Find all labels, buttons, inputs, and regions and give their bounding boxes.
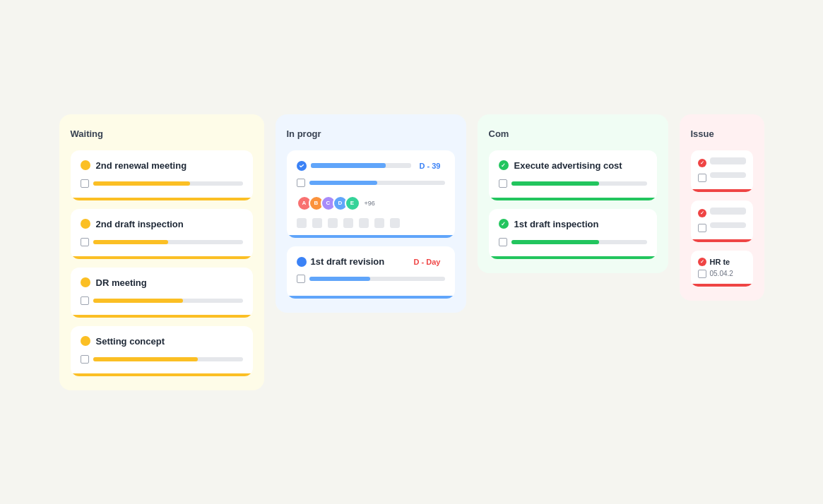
column-complete-title: Com [489,128,657,139]
progress-bar-bottom [691,189,753,192]
progress-bar-bottom [691,284,753,287]
progress-bar-bg [311,163,411,168]
tool-icon [297,218,307,228]
meta-bar [511,181,647,186]
progress-bar [71,198,253,200]
card-title: Setting concept [96,336,165,347]
status-dot-green: ✓ [499,219,509,229]
status-dot-blue [297,161,307,171]
card-dr-meeting[interactable]: DR meeting [71,268,253,318]
card-meta [297,176,445,191]
kanban-board: Waiting 2nd renewal meeting 2nd draft in… [17,86,807,419]
avatar-group: A B C D E +96 [297,196,445,211]
progress-bar [71,373,253,376]
card-title: 2nd draft inspection [96,219,184,229]
card-title: 1st draft revision [311,256,385,267]
calendar-icon [698,224,706,232]
status-dot-yellow [81,160,90,170]
meta-bar [309,181,445,185]
calendar-icon [297,275,305,283]
card-date: 05.04.2 [710,270,733,277]
tool-icon [328,218,338,228]
card-title: 1st draft inspection [514,219,599,229]
card-title: 2nd renewal meeting [96,160,187,171]
card-meta [297,272,445,287]
card-meta [81,294,243,309]
column-complete: Com ✓ Execute advertising cost ✓ 1st dra… [478,114,668,273]
tool-icon [359,218,369,228]
calendar-icon [81,296,89,305]
status-dot-green: ✓ [499,160,509,170]
calendar-icon [698,174,706,182]
progress-bar-bottom [287,235,455,238]
status-dot-yellow [81,219,90,229]
card-inprogress-2[interactable]: 1st draft revision D - Day [287,246,455,299]
progress-bar-bottom [691,239,753,242]
card-title: HR te [710,258,730,266]
column-waiting-title: Waiting [71,128,253,139]
column-issue-title: Issue [691,128,753,139]
card-2nd-draft[interactable]: 2nd draft inspection [71,209,253,259]
card-2nd-renewal[interactable]: 2nd renewal meeting [71,150,253,200]
card-1st-draft-inspection[interactable]: ✓ 1st draft inspection [489,209,657,259]
meta-bar [309,277,445,281]
card-issue-1[interactable]: ✓ [691,150,753,192]
card-meta [499,176,647,192]
card-meta [499,235,647,251]
card-meta [81,176,243,192]
progress-bar [489,256,657,259]
column-waiting: Waiting 2nd renewal meeting 2nd draft in… [59,114,264,390]
status-dot-red: ✓ [698,209,706,217]
card-title: DR meeting [96,277,147,288]
title-placeholder [710,157,746,164]
progress-bar [489,198,657,200]
calendar-icon [81,238,89,246]
status-dot-red: ✓ [698,159,706,167]
avatar-count: +96 [365,200,375,207]
card-setting-concept[interactable]: Setting concept [71,326,253,376]
title-placeholder [710,208,746,215]
meta-bar [93,357,243,361]
progress-bar-fill [311,163,386,168]
calendar-icon [499,179,507,188]
calendar-icon [698,270,706,278]
column-issue: Issue ✓ ✓ [680,114,764,301]
meta-bar [93,181,243,186]
card-issue-hr[interactable]: ✓ HR te 05.04.2 [691,251,753,287]
calendar-icon [81,355,89,364]
meta-bar [93,299,243,303]
calendar-icon [499,238,507,246]
progress-bar-bottom [287,296,455,299]
d-badge: D - Day [410,256,445,268]
meta-bar [511,240,647,244]
d-badge: D - 39 [415,160,445,172]
tool-icon [312,218,322,228]
tool-icon [390,218,400,228]
meta-bar [710,172,746,178]
card-execute-advertising[interactable]: ✓ Execute advertising cost [489,150,657,200]
calendar-icon [81,179,89,188]
tool-icon [343,218,353,228]
status-dot-blue [297,257,307,267]
card-title: Execute advertising cost [514,160,622,171]
status-dot-red: ✓ [698,258,706,266]
card-meta [81,352,243,368]
progress-bar [71,256,253,259]
card-inprogress-1[interactable]: D - 39 A B C D E +96 [287,150,455,238]
status-dot-yellow [81,277,90,287]
column-inprogress: In progr D - 39 A [276,114,466,313]
progress-bar [71,315,253,318]
avatar: E [345,196,360,211]
meta-bar [93,240,243,244]
tool-icon [374,218,384,228]
status-dot-yellow [81,336,90,346]
icon-toolbar [297,214,445,235]
card-issue-2[interactable]: ✓ [691,200,753,242]
calendar-icon [297,179,305,187]
card-meta [81,235,243,251]
meta-bar [710,222,746,228]
column-inprogress-title: In progr [287,128,455,139]
